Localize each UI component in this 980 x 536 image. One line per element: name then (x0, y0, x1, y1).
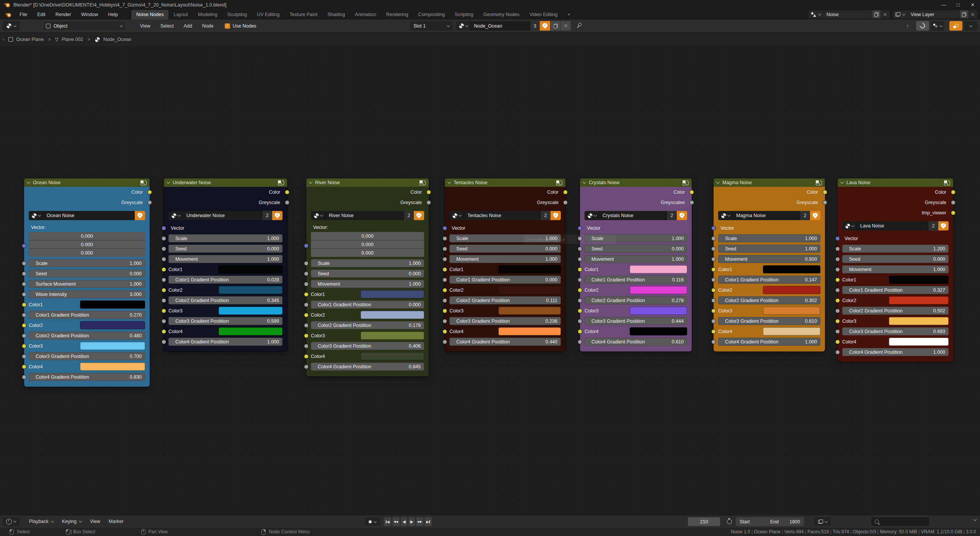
collapse-chevron-icon[interactable] (583, 180, 586, 184)
menu-keying[interactable]: Keying (58, 519, 86, 524)
node-header[interactable]: Magma Noise (714, 178, 825, 187)
slider[interactable]: Scale1.000 (311, 259, 424, 267)
input-socket[interactable] (835, 278, 840, 282)
input-socket[interactable] (578, 340, 582, 344)
node-header[interactable]: Crystals Noise (580, 178, 692, 187)
color-swatch[interactable] (889, 317, 949, 325)
input-socket[interactable] (22, 282, 26, 286)
menu-help[interactable]: Help (103, 12, 123, 17)
blender-menu-icon[interactable] (5, 12, 11, 18)
remove-view-layer-button[interactable]: ✕ (968, 12, 977, 17)
slider[interactable]: Wave Intensity3.000 (29, 290, 145, 298)
node-header[interactable]: Ocean Noise (24, 178, 150, 187)
input-socket[interactable] (835, 340, 840, 344)
fake-user-button[interactable] (540, 21, 550, 31)
new-view-layer-button[interactable] (960, 10, 968, 18)
color-swatch[interactable] (763, 307, 820, 315)
slider[interactable]: Color4 Gradient Postition0.830 (29, 373, 145, 381)
menu-file[interactable]: File (15, 12, 32, 17)
node-ocean-noise[interactable]: Ocean NoiseColorGreyscaleOcean NoiseVect… (24, 178, 150, 387)
slider[interactable]: Color4 Gradient Postition0.610 (585, 338, 687, 346)
slider[interactable]: Movement1.000 (168, 255, 283, 263)
input-socket[interactable] (162, 340, 166, 344)
view-layer-icon-segment[interactable] (893, 10, 908, 18)
jump-end-button[interactable]: ▶ (425, 517, 432, 526)
node-canvas[interactable]: Fensterausschne Ocean NoiseColorGreyscal… (0, 46, 980, 515)
color-swatch[interactable] (80, 321, 145, 329)
color-swatch[interactable] (763, 286, 820, 294)
input-socket[interactable] (711, 298, 716, 303)
snap-target-dropdown[interactable] (931, 21, 944, 31)
fake-user-button[interactable] (677, 211, 687, 220)
node-group-name[interactable]: Lava Noise (857, 221, 928, 230)
output-socket[interactable] (426, 200, 431, 205)
node-crystals-noise[interactable]: Crystals NoiseColorGreyscaleeCrystals No… (580, 178, 692, 351)
current-frame-field[interactable]: 210 (688, 517, 720, 526)
input-socket[interactable] (22, 323, 26, 328)
input-socket[interactable] (162, 278, 166, 282)
overlap-options-dropdown[interactable] (964, 21, 977, 31)
next-keyframe-button[interactable]: ◆▶ (416, 517, 423, 526)
input-socket[interactable] (711, 236, 716, 241)
input-socket[interactable] (835, 236, 840, 241)
vector-field[interactable]: 0.000 (311, 249, 424, 257)
vector-field[interactable]: 0.000 (29, 240, 145, 249)
timeline-editor-type-button[interactable] (2, 517, 20, 526)
slider[interactable]: Color1 Gradient Postition0.116 (585, 276, 687, 284)
output-socket[interactable] (147, 200, 152, 205)
node-river-noise[interactable]: River NoiseColorGreyscaleRiver Noise2Vec… (306, 178, 429, 376)
input-socket[interactable] (304, 354, 309, 359)
input-socket[interactable] (835, 329, 840, 334)
browse-group-button[interactable] (842, 221, 857, 230)
close-button[interactable]: ✕ (965, 2, 980, 8)
input-socket[interactable] (578, 329, 582, 334)
input-socket[interactable] (711, 278, 716, 282)
node-group-name[interactable]: Tentacles Noise (464, 211, 540, 220)
input-socket[interactable] (711, 267, 716, 272)
tab-texture-paint[interactable]: Texture Paint (284, 10, 322, 20)
slider[interactable]: Color2 Gradient Postition0.179 (311, 321, 424, 329)
output-socket[interactable] (951, 190, 956, 194)
menu-node[interactable]: Node (197, 23, 219, 29)
input-socket[interactable] (162, 298, 166, 303)
menu-marker[interactable]: Marker (105, 519, 128, 524)
input-socket[interactable] (304, 333, 309, 338)
tab-shading[interactable]: Shading (322, 10, 350, 20)
input-socket[interactable] (835, 247, 840, 251)
input-socket[interactable] (22, 292, 26, 297)
frame-end-field[interactable]: End 1800 (766, 517, 804, 526)
slider[interactable]: Color2 Gradient Postition0.345 (168, 296, 283, 304)
slider[interactable]: Color2 Gradient Postition0.111 (449, 296, 561, 304)
color-swatch[interactable] (889, 338, 949, 346)
input-socket[interactable] (22, 271, 26, 276)
slider[interactable]: Color4 Gradient Postition0.845 (311, 363, 424, 371)
slider[interactable]: Color4 Gradient Postition0.440 (449, 338, 561, 346)
color-swatch[interactable] (889, 296, 949, 304)
view-layer-name[interactable]: View Layer (908, 12, 960, 17)
input-socket[interactable] (443, 226, 447, 230)
input-socket[interactable] (22, 333, 26, 338)
node-lava-noise[interactable]: Lava NoiseColorGreyscaletmp_viewerLava N… (838, 178, 953, 362)
users-count[interactable]: 2 (800, 211, 810, 220)
menu-render[interactable]: Render (51, 12, 76, 17)
search-input[interactable] (871, 517, 929, 526)
play-reverse-button[interactable]: ◀ (401, 517, 407, 526)
input-socket[interactable] (835, 267, 840, 272)
color-swatch[interactable] (630, 327, 687, 335)
slider[interactable]: Seed0.000 (842, 255, 949, 263)
input-socket[interactable] (578, 257, 582, 261)
color-swatch[interactable] (498, 265, 561, 273)
menu-view[interactable]: View (135, 23, 155, 29)
input-socket[interactable] (304, 323, 309, 328)
node-header[interactable]: Lava Noise (838, 178, 953, 187)
input-socket[interactable] (22, 261, 26, 266)
color-swatch[interactable] (80, 342, 145, 350)
collapse-chevron-icon[interactable] (716, 180, 720, 184)
browse-texture-button[interactable] (456, 21, 470, 31)
slider[interactable]: Color1 Gradient Postition0.147 (718, 276, 820, 284)
input-socket[interactable] (578, 226, 582, 230)
input-socket[interactable] (162, 319, 166, 324)
input-socket[interactable] (443, 236, 447, 241)
unlink-scene-button[interactable]: ✕ (880, 12, 890, 17)
input-socket[interactable] (711, 340, 716, 344)
